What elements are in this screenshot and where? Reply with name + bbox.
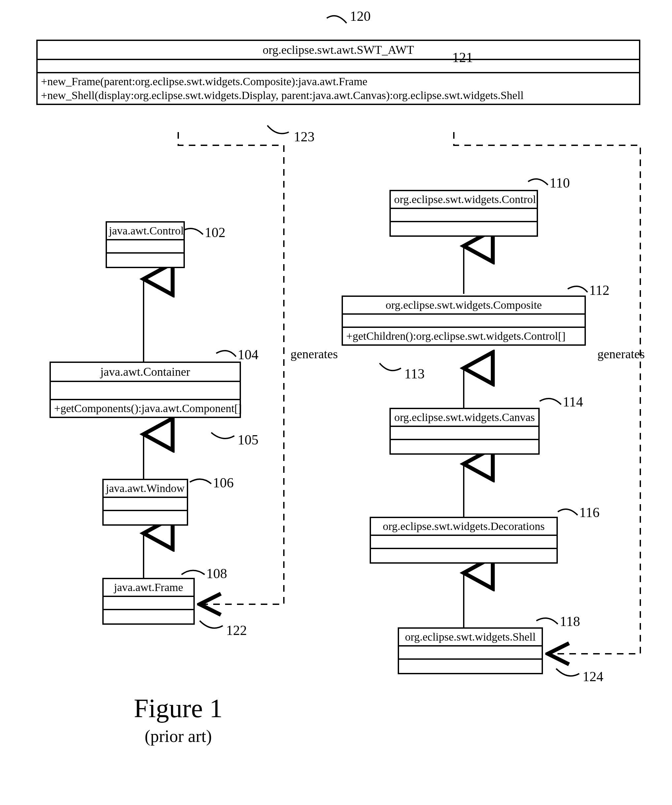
class-operations (391, 440, 538, 453)
class-attributes (107, 240, 184, 254)
figure-subtitle: (prior art) (96, 726, 261, 746)
class-operations (104, 511, 187, 524)
edge-label-generates-left: generates (290, 347, 338, 361)
class-attributes (371, 536, 556, 549)
operation-get-children: +getChildren():org.eclipse.swt.widgets.C… (346, 329, 581, 343)
class-attributes (104, 498, 187, 511)
class-title: java.awt.Window (104, 480, 187, 498)
class-operations: +getComponents():java.awt.Component[] (51, 400, 239, 417)
class-operations (391, 222, 537, 235)
class-title: java.awt.Frame (104, 579, 193, 597)
diagram-canvas: org.eclipse.swt.awt.SWT_AWT +new_Frame(p… (7, 7, 667, 799)
class-attributes (391, 209, 537, 222)
ref-label-122: 122 (226, 623, 247, 638)
operation-get-components: +getComponents():java.awt.Component[] (54, 401, 236, 416)
class-attributes (399, 647, 542, 660)
class-awt-window: java.awt.Window (102, 479, 188, 526)
ref-label-108: 108 (206, 566, 227, 582)
class-attributes (104, 597, 193, 610)
class-swt-control: org.eclipse.swt.widgets.Control (390, 190, 538, 237)
ref-label-121: 121 (452, 49, 473, 66)
class-awt-frame: java.awt.Frame (102, 578, 195, 625)
class-operations (107, 254, 184, 267)
ref-label-110: 110 (549, 175, 570, 191)
ref-label-118: 118 (560, 613, 580, 629)
class-swt-canvas: org.eclipse.swt.widgets.Canvas (390, 408, 540, 455)
class-title: java.awt.Container (51, 363, 239, 382)
class-title: org.eclipse.swt.widgets.Shell (399, 629, 542, 647)
class-awt-container: java.awt.Container +getComponents():java… (49, 361, 241, 418)
figure-title: Figure 1 (96, 693, 261, 723)
class-swt-decorations: org.eclipse.swt.widgets.Decorations (370, 517, 558, 564)
ref-label-106: 106 (213, 475, 234, 491)
class-awt-control: java.awt.Control (106, 221, 185, 268)
class-attributes (391, 427, 538, 440)
class-attributes (38, 60, 639, 73)
class-title: java.awt.Control (107, 223, 184, 240)
operation-new-shell: +new_Shell(display:org.eclipse.swt.widge… (41, 89, 636, 102)
ref-label-114: 114 (563, 394, 583, 410)
class-swt-shell: org.eclipse.swt.widgets.Shell (398, 628, 543, 674)
class-swt-composite: org.eclipse.swt.widgets.Composite +getCh… (342, 296, 586, 346)
operation-new-frame: +new_Frame(parent:org.eclipse.swt.widget… (41, 75, 636, 89)
class-attributes (51, 382, 239, 400)
ref-label-104: 104 (238, 347, 259, 363)
class-operations: +new_Frame(parent:org.eclipse.swt.widget… (38, 73, 639, 104)
class-operations: +getChildren():org.eclipse.swt.widgets.C… (343, 328, 585, 344)
ref-label-120: 120 (350, 8, 370, 24)
ref-label-102: 102 (205, 225, 225, 240)
ref-label-105: 105 (238, 432, 259, 448)
class-title: org.eclipse.swt.awt.SWT_AWT (38, 41, 639, 60)
edge-label-generates-right: generates (597, 347, 644, 361)
ref-label-124: 124 (583, 669, 603, 685)
class-swt-awt-bridge: org.eclipse.swt.awt.SWT_AWT +new_Frame(p… (36, 39, 640, 105)
class-title: org.eclipse.swt.widgets.Composite (343, 297, 585, 315)
class-title: org.eclipse.swt.widgets.Decorations (371, 518, 556, 536)
class-operations (399, 660, 542, 673)
ref-label-113: 113 (404, 366, 425, 382)
class-operations (104, 610, 193, 623)
class-attributes (343, 315, 585, 328)
ref-label-112: 112 (589, 282, 609, 298)
class-title: org.eclipse.swt.widgets.Canvas (391, 409, 538, 427)
ref-label-116: 116 (579, 504, 599, 521)
class-operations (371, 549, 556, 562)
ref-label-123: 123 (294, 129, 315, 145)
class-title: org.eclipse.swt.widgets.Control (391, 191, 537, 209)
